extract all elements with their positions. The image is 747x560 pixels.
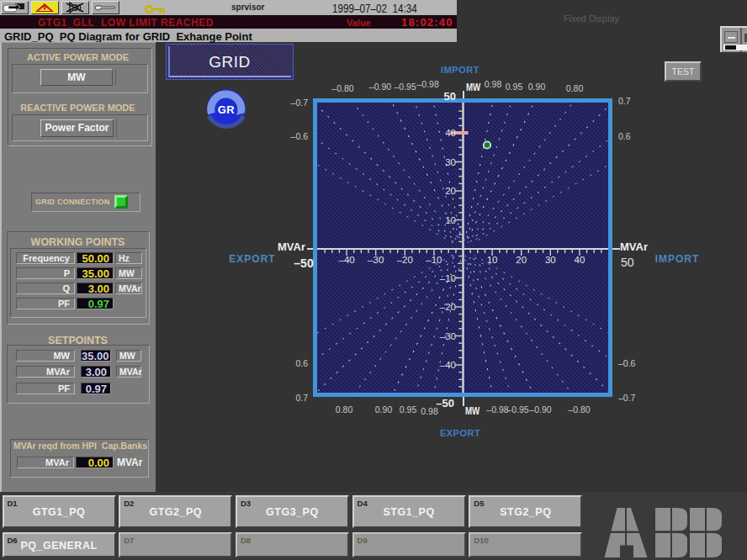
svg-text:GR: GR: [218, 103, 236, 116]
